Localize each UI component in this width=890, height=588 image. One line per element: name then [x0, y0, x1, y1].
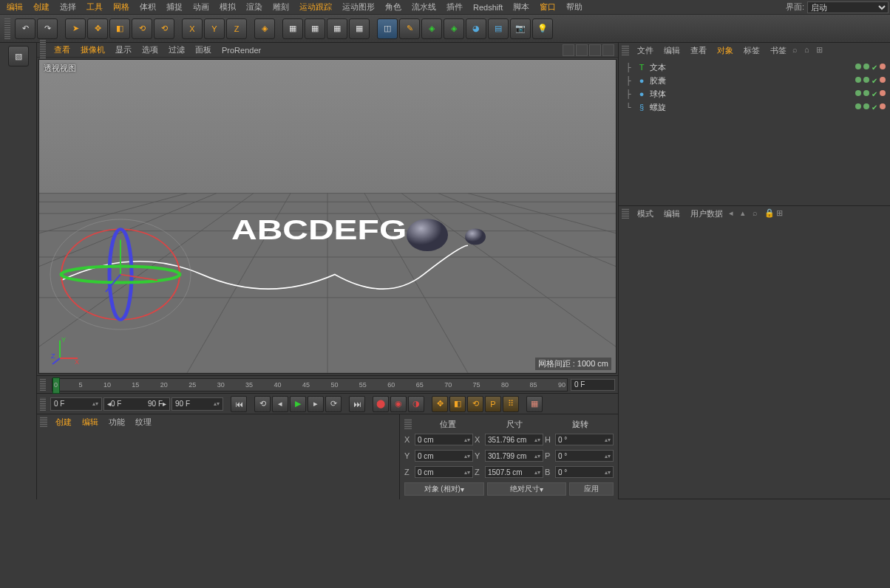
render-pv-button[interactable]: ▦	[327, 18, 347, 39]
attr-nav-back-icon[interactable]: ◂	[729, 208, 739, 219]
object-row[interactable]: ├ ● 胶囊 ✔	[623, 74, 886, 87]
mat-tab-function[interactable]: 功能	[103, 415, 130, 429]
menu-simulate[interactable]: 模拟	[214, 0, 241, 14]
menu-volume[interactable]: 体积	[135, 0, 161, 14]
enable-check-icon[interactable]: ✔	[872, 90, 877, 98]
menu-snap[interactable]: 捕捉	[161, 0, 188, 14]
vp-nav-pan-icon[interactable]	[563, 44, 574, 56]
obj-grip[interactable]	[622, 45, 629, 55]
prev-key-button[interactable]: ⟲	[254, 396, 271, 412]
attr-grip[interactable]	[622, 208, 629, 219]
tag-dot[interactable]	[880, 90, 886, 96]
menu-create[interactable]: 创建	[28, 0, 55, 14]
menu-mesh[interactable]: 网格	[108, 0, 135, 14]
add-spline-button[interactable]: ✎	[399, 18, 420, 39]
add-cube-button[interactable]: ◫	[377, 18, 398, 39]
key-scale-button[interactable]: ◧	[449, 396, 466, 412]
vp-nav-zoom-icon[interactable]	[576, 44, 588, 56]
rotation-field[interactable]: 0 °▴▾	[555, 450, 614, 462]
rotate-tool[interactable]: ⟲	[132, 18, 152, 39]
lock-z-button[interactable]: Z	[226, 18, 247, 39]
menu-script[interactable]: 脚本	[508, 0, 534, 14]
visibility-editor-dot[interactable]	[855, 77, 861, 83]
attr-search-icon[interactable]: ⌕	[753, 208, 763, 219]
vp-nav-rotate-icon[interactable]	[589, 44, 601, 56]
obj-tab-edit[interactable]: 编辑	[659, 44, 685, 58]
menu-select[interactable]: 选择	[55, 0, 81, 14]
vp-menu-view[interactable]: 查看	[49, 43, 75, 57]
menu-tracker[interactable]: 运动跟踪	[294, 0, 337, 14]
object-row[interactable]: ├ ● 球体 ✔	[623, 87, 886, 100]
size-field[interactable]: 351.796 cm▴▾	[485, 434, 543, 445]
size-field[interactable]: 1507.5 cm▴▾	[485, 466, 543, 478]
tag-dot[interactable]	[880, 103, 886, 109]
rotation-field[interactable]: 0 °▴▾	[555, 434, 614, 445]
menu-character[interactable]: 角色	[380, 0, 407, 14]
menu-window[interactable]: 窗口	[534, 0, 561, 14]
menu-mograph[interactable]: 运动图形	[337, 0, 380, 14]
add-environment-button[interactable]: ◕	[466, 18, 486, 39]
object-list[interactable]: ├ T 文本 ✔ ├ ● 胶囊 ✔ ├ ● 球体 ✔ └ § 螺旋 ✔	[619, 58, 890, 205]
coord-size-mode-select[interactable]: 绝对尺寸 ▾	[487, 482, 567, 496]
timeline-grip[interactable]	[40, 379, 46, 391]
next-frame-button[interactable]: ▸	[308, 396, 324, 412]
obj-tab-tags[interactable]: 标签	[738, 44, 765, 58]
visibility-render-dot[interactable]	[863, 103, 869, 109]
make-editable-button[interactable]: ▧	[8, 46, 29, 66]
render-view-button[interactable]: ▦	[282, 18, 303, 39]
menu-tools[interactable]: 工具	[81, 0, 108, 14]
playbar-grip[interactable]	[40, 397, 46, 411]
menu-animate[interactable]: 动画	[188, 0, 214, 14]
autokey-button[interactable]: ◉	[390, 396, 407, 412]
obj-tab-bookmarks[interactable]: 书签	[765, 44, 792, 58]
mat-tab-create[interactable]: 创建	[50, 415, 77, 429]
last-tool[interactable]: ⟲	[154, 18, 174, 39]
vp-nav-toggle-icon[interactable]	[602, 44, 614, 56]
obj-tab-file[interactable]: 文件	[632, 44, 659, 58]
enable-check-icon[interactable]: ✔	[872, 103, 877, 112]
add-camera-button[interactable]: 📷	[510, 18, 531, 39]
vp-menu-prorender[interactable]: ProRender	[217, 44, 266, 56]
visibility-render-dot[interactable]	[863, 64, 869, 69]
vp-menu-cameras[interactable]: 摄像机	[75, 43, 110, 57]
menu-plugins[interactable]: 插件	[441, 0, 468, 14]
obj-search-icon[interactable]: ⌕	[792, 45, 803, 55]
vp-menu-display[interactable]: 显示	[110, 43, 137, 57]
perspective-viewport[interactable]: 透视视图	[38, 59, 616, 374]
visibility-render-dot[interactable]	[863, 90, 869, 96]
enable-check-icon[interactable]: ✔	[872, 64, 877, 72]
vp-grip[interactable]	[40, 40, 46, 61]
frame-end-field[interactable]: 90 F▴▾	[171, 397, 223, 411]
rotation-field[interactable]: 0 °▴▾	[555, 466, 614, 478]
tag-dot[interactable]	[880, 64, 886, 69]
visibility-editor-dot[interactable]	[855, 103, 861, 109]
key-pla-button[interactable]: ⠿	[503, 396, 519, 412]
select-tool[interactable]: ➤	[65, 18, 86, 39]
visibility-editor-dot[interactable]	[855, 64, 861, 69]
obj-tab-objects[interactable]: 对象	[712, 44, 738, 58]
tag-dot[interactable]	[880, 77, 886, 83]
play-button[interactable]: ▶	[290, 396, 306, 412]
render-region-button[interactable]: ▦	[305, 18, 325, 39]
menu-pipeline[interactable]: 流水线	[407, 0, 441, 14]
lock-y-button[interactable]: Y	[204, 18, 225, 39]
key-rot-button[interactable]: ⟲	[467, 396, 483, 412]
coord-apply-button[interactable]: 应用	[569, 482, 614, 496]
size-field[interactable]: 301.799 cm▴▾	[485, 450, 543, 462]
attr-nav-up-icon[interactable]: ▴	[741, 208, 751, 219]
redo-button[interactable]: ↷	[37, 18, 58, 39]
obj-expand-icon[interactable]: ⊞	[816, 45, 826, 55]
goto-start-button[interactable]: ⏮	[231, 396, 247, 412]
attr-tab-mode[interactable]: 模式	[632, 207, 659, 221]
keyframe-sel-button[interactable]: ◑	[408, 396, 424, 412]
playback-mode-button[interactable]: ▦	[526, 396, 543, 412]
menu-sculpt[interactable]: 雕刻	[268, 0, 294, 14]
mat-grip[interactable]	[40, 417, 47, 427]
object-row[interactable]: └ § 螺旋 ✔	[623, 100, 886, 114]
record-button[interactable]: ⬤	[373, 396, 389, 412]
position-field[interactable]: 0 cm▴▾	[415, 434, 473, 445]
position-field[interactable]: 0 cm▴▾	[415, 466, 473, 478]
prev-frame-button[interactable]: ◂	[272, 396, 288, 412]
attr-expand-icon[interactable]: ⊞	[776, 208, 787, 219]
undo-button[interactable]: ↶	[15, 18, 35, 39]
